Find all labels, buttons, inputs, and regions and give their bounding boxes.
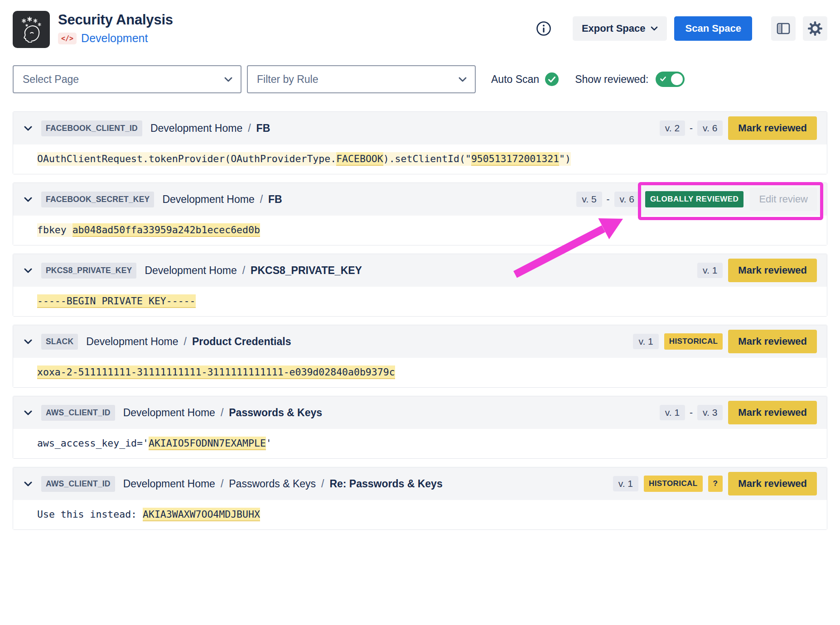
finding-snippet: OAuthClientRequest.tokenProvider(OAuthPr… — [13, 144, 827, 174]
info-button[interactable] — [536, 20, 552, 37]
version-end-chip: v. 6 — [697, 120, 723, 136]
version-start-chip: v. 1 — [697, 263, 723, 278]
chevron-down-icon — [24, 410, 32, 415]
app-logo — [13, 11, 50, 48]
breadcrumb: Development Home/Product Credentials — [86, 336, 291, 348]
code-highlight: ab048ad50ffa33959a242b1ecec6ed0b — [72, 223, 260, 237]
breadcrumb-separator: / — [184, 336, 187, 348]
chevron-down-icon — [24, 268, 32, 273]
security-analysis-page: Security Analysis </> Development Export… — [0, 0, 840, 625]
mark-reviewed-button[interactable]: Mark reviewed — [728, 330, 817, 353]
code-text: Use this instead: — [37, 509, 143, 520]
version-start-chip: v. 1 — [660, 405, 685, 420]
code-icon: </> — [58, 33, 77, 44]
version-start-chip: v. 2 — [660, 120, 685, 136]
toggle-knob — [671, 73, 683, 85]
mark-reviewed-button[interactable]: Mark reviewed — [728, 116, 817, 140]
breadcrumb-item[interactable]: Development Home — [123, 478, 215, 490]
chevron-down-icon — [24, 197, 32, 202]
finding-snippet: aws_access_key_id='AKIAIO5FODNN7EXAMPLE' — [13, 429, 827, 458]
layout-toggle-button[interactable] — [771, 16, 796, 41]
show-reviewed-control: Show reviewed: — [575, 72, 684, 87]
rule-badge: AWS_CLIENT_ID — [41, 476, 115, 492]
breadcrumb: Development Home/FB — [162, 193, 282, 206]
breadcrumb-item[interactable]: Development Home — [145, 264, 237, 277]
breadcrumb-item[interactable]: Development Home — [86, 336, 178, 348]
code-text: OAuthClientRequest.tokenProvider(OAuthPr… — [37, 152, 336, 166]
finding-actions: v. 1 - v. 3 Mark reviewed — [660, 401, 817, 424]
finding-snippet: fbkey ab048ad50ffa33959a242b1ecec6ed0b — [13, 216, 827, 245]
code-highlight: AKIAIO5FODNN7EXAMPLE — [149, 437, 266, 450]
code-snippet: aws_access_key_id='AKIAIO5FODNN7EXAMPLE' — [37, 437, 272, 450]
edit-review-button[interactable]: Edit review — [750, 188, 817, 211]
breadcrumb-item[interactable]: FB — [256, 122, 270, 135]
breadcrumb-separator: / — [321, 478, 324, 490]
finding-header: AWS_CLIENT_ID Development Home/Passwords… — [13, 396, 827, 429]
collapse-row-button[interactable] — [24, 126, 33, 131]
chevron-down-icon — [224, 77, 232, 82]
show-reviewed-label: Show reviewed: — [575, 73, 648, 86]
check-circle-icon — [545, 72, 559, 86]
collapse-row-button[interactable] — [24, 197, 33, 202]
collapse-row-button[interactable] — [24, 268, 33, 273]
filter-by-rule-dropdown[interactable]: Filter by Rule — [247, 65, 476, 93]
version-start-chip: v. 5 — [576, 192, 602, 207]
finding-header: FACEBOOK_SECRET_KEY Development Home/FB … — [13, 183, 827, 216]
breadcrumb-item[interactable]: PKCS8_PRIVATE_KEY — [251, 264, 362, 277]
layout-panel-icon — [777, 23, 790, 34]
version-range-dash: - — [607, 194, 610, 205]
settings-button[interactable] — [803, 16, 827, 41]
historical-badge: HISTORICAL — [664, 333, 723, 350]
review-cluster: Mark reviewed — [728, 401, 817, 424]
collapse-row-button[interactable] — [24, 339, 33, 344]
finding-row: FACEBOOK_SECRET_KEY Development Home/FB … — [13, 183, 827, 245]
select-page-dropdown[interactable]: Select Page — [13, 65, 241, 93]
breadcrumb-item[interactable]: FB — [268, 193, 282, 206]
breadcrumb-item[interactable]: Development Home — [162, 193, 254, 206]
filter-row: Select Page Filter by Rule Auto Scan Sho… — [13, 65, 827, 93]
breadcrumb-separator: / — [248, 122, 251, 135]
version-range-dash: - — [690, 123, 693, 134]
page-title: Security Analysis — [58, 12, 173, 28]
mark-reviewed-button[interactable]: Mark reviewed — [728, 259, 817, 282]
collapse-row-button[interactable] — [24, 481, 33, 486]
finding-actions: v. 1 HISTORICAL Mark reviewed — [633, 330, 817, 353]
scan-space-button[interactable]: Scan Space — [674, 16, 752, 41]
breadcrumb-item[interactable]: Development Home — [123, 407, 215, 419]
show-reviewed-toggle[interactable] — [656, 72, 685, 87]
mark-reviewed-button[interactable]: Mark reviewed — [728, 472, 817, 495]
code-snippet: xoxa-2-511111111-31111111111-31111111111… — [37, 365, 395, 379]
finding-row: FACEBOOK_CLIENT_ID Development Home/FB v… — [13, 111, 827, 174]
header-actions: Export Space Scan Space — [536, 11, 827, 41]
breadcrumb-item[interactable]: Passwords & Keys — [229, 407, 322, 419]
rule-badge: FACEBOOK_SECRET_KEY — [41, 192, 154, 207]
export-space-label: Export Space — [582, 23, 646, 34]
question-badge: ? — [708, 476, 723, 492]
mark-reviewed-button[interactable]: Mark reviewed — [728, 401, 817, 424]
review-cluster: Mark reviewed — [728, 472, 817, 495]
app-header: Security Analysis </> Development Export… — [13, 11, 827, 48]
code-text: ") — [559, 152, 571, 166]
code-snippet: OAuthClientRequest.tokenProvider(OAuthPr… — [37, 152, 571, 166]
finding-row: AWS_CLIENT_ID Development Home/Passwords… — [13, 467, 827, 530]
breadcrumb-item[interactable]: Passwords & Keys — [229, 478, 316, 490]
space-link[interactable]: Development — [81, 32, 148, 45]
breadcrumb: Development Home/PKCS8_PRIVATE_KEY — [145, 264, 362, 277]
breadcrumb-item[interactable]: Re: Passwords & Keys — [329, 478, 442, 490]
breadcrumb-item[interactable]: Product Credentials — [192, 336, 291, 348]
finding-actions: v. 2 - v. 6 Mark reviewed — [660, 116, 817, 140]
face-stars-icon — [18, 16, 44, 43]
code-highlight: AKIA3WAXW7OO4MDJBUHX — [143, 508, 260, 521]
collapse-row-button[interactable] — [24, 410, 33, 415]
export-space-button[interactable]: Export Space — [573, 16, 667, 41]
chevron-down-icon — [24, 126, 32, 131]
finding-snippet: Use this instead: AKIA3WAXW7OO4MDJBUHX — [13, 500, 827, 529]
finding-header: FACEBOOK_CLIENT_ID Development Home/FB v… — [13, 112, 827, 144]
rule-badge: AWS_CLIENT_ID — [41, 405, 115, 421]
toggle-check-icon — [660, 77, 666, 82]
finding-header: SLACK Development Home/Product Credentia… — [13, 325, 827, 358]
chevron-down-icon — [459, 77, 467, 82]
breadcrumb-item[interactable]: Development Home — [150, 122, 242, 135]
finding-actions: v. 1 Mark reviewed — [697, 259, 817, 282]
chevron-down-icon — [24, 339, 32, 344]
